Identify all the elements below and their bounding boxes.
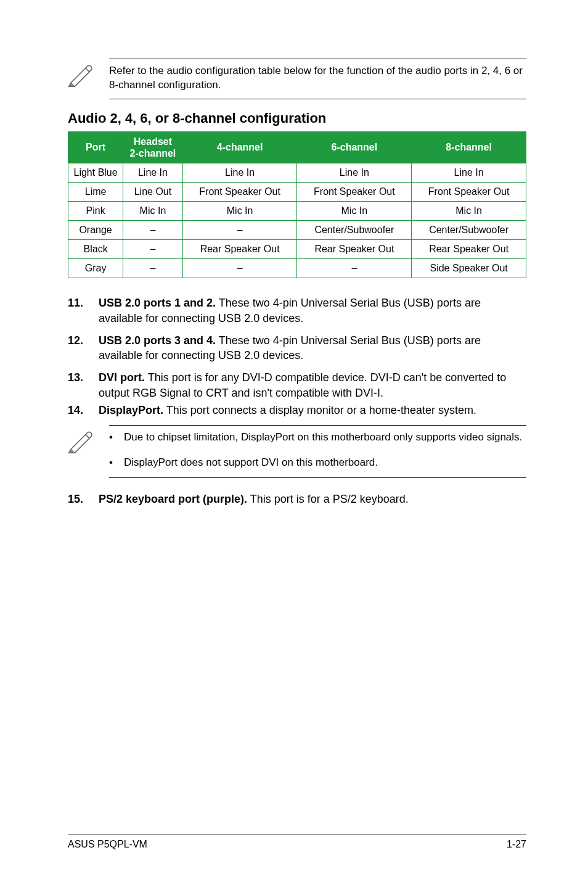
note-text-1: Refer to the audio configuration table b… [109, 59, 526, 99]
footer-product: ASUS P5QPL-VM [68, 839, 147, 850]
table-row: Orange – – Center/Subwoofer Center/Subwo… [68, 221, 526, 240]
list-item-13: 13. DVI port. This port is for any DVI-D… [68, 370, 526, 400]
pencil-note-icon [68, 427, 94, 456]
col-4ch: 4-channel [182, 131, 297, 163]
note-block-1: Refer to the audio configuration table b… [68, 59, 526, 99]
col-headset: Headset 2-channel [123, 131, 183, 163]
table-row: Black – Rear Speaker Out Rear Speaker Ou… [68, 240, 526, 259]
footer-page-number: 1-27 [507, 839, 526, 850]
list-item-15: 15. PS/2 keyboard port (purple). This po… [68, 492, 526, 506]
pencil-note-icon [68, 61, 94, 89]
note-block-2: Due to chipset limitation, DisplayPort o… [68, 425, 526, 478]
table-row: Gray – – – Side Speaker Out [68, 259, 526, 278]
col-8ch: 8-channel [412, 131, 526, 163]
col-port: Port [68, 131, 123, 163]
page-footer: ASUS P5QPL-VM 1-27 [68, 835, 526, 850]
note-bullet: Due to chipset limitation, DisplayPort o… [124, 431, 526, 445]
svg-line-0 [86, 68, 89, 72]
note-bullet: DisplayPort does not support DVI on this… [124, 456, 526, 470]
table-header-row: Port Headset 2-channel 4-channel 6-chann… [68, 131, 526, 163]
col-6ch: 6-channel [297, 131, 412, 163]
note-text-2: Due to chipset limitation, DisplayPort o… [109, 425, 526, 478]
table-row: Lime Line Out Front Speaker Out Front Sp… [68, 183, 526, 202]
table-row: Pink Mic In Mic In Mic In Mic In [68, 202, 526, 221]
table-row: Light Blue Line In Line In Line In Line … [68, 163, 526, 183]
section-title: Audio 2, 4, 6, or 8-channel configuratio… [68, 110, 526, 126]
list-item-11: 11. USB 2.0 ports 1 and 2. These two 4-p… [68, 295, 526, 326]
svg-line-1 [86, 435, 89, 439]
audio-config-table: Port Headset 2-channel 4-channel 6-chann… [68, 131, 526, 278]
list-item-14: 14. DisplayPort. This port connects a di… [68, 403, 526, 418]
list-item-12: 12. USB 2.0 ports 3 and 4. These two 4-p… [68, 333, 526, 363]
